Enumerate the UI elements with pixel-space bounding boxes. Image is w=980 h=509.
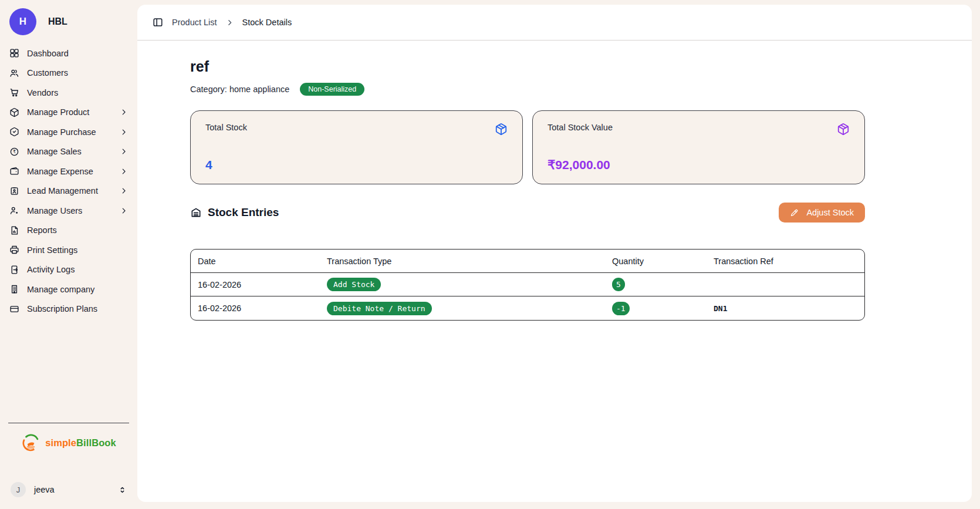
breadcrumb-product-list[interactable]: Product List — [172, 18, 217, 27]
sidebar-item-label: Manage Sales — [27, 147, 112, 156]
sidebar-item-label: Activity Logs — [27, 265, 128, 274]
cell-quantity: 5 — [605, 273, 707, 296]
chevron-up-down-icon — [118, 486, 127, 494]
stat-label: Total Stock — [205, 123, 247, 132]
sidebar-item-vendors[interactable]: Vendors — [9, 83, 128, 103]
chevron-right-icon — [120, 108, 128, 116]
header-transaction-ref: Transaction Ref — [707, 250, 864, 273]
sidebar-item-print-settings[interactable]: Print Settings — [9, 240, 128, 260]
print-icon — [9, 245, 19, 255]
user-menu[interactable]: J jeeva — [0, 482, 137, 497]
sidebar-item-subscription-plans[interactable]: Subscription Plans — [9, 299, 128, 319]
category-row: Category: home appliance Non-Serialized — [190, 83, 865, 96]
cell-date: 16-02-2026 — [191, 296, 320, 320]
purchase-icon — [9, 127, 19, 137]
stat-card-total-stock-value: Total Stock Value₹92,000.00 — [532, 110, 865, 184]
app-logo-text: simpleBillBook — [45, 437, 116, 449]
cell-transaction-ref — [707, 273, 864, 296]
table-header-row: Date Transaction Type Quantity Transacti… — [191, 250, 864, 273]
sidebar-item-label: Manage Users — [27, 206, 112, 215]
sidebar-toggle-icon[interactable] — [153, 17, 163, 28]
cell-transaction-ref: DN1 — [707, 296, 864, 320]
category-label: Category: home appliance — [190, 85, 289, 94]
user-avatar: J — [11, 482, 26, 497]
chevron-right-icon — [120, 167, 128, 176]
company-icon — [9, 284, 19, 294]
transaction-type-badge: Debite Note / Return — [327, 302, 432, 315]
stat-value: ₹92,000.00 — [548, 158, 850, 172]
sidebar-item-label: Lead Management — [27, 186, 112, 195]
stock-entries-title-text: Stock Entries — [208, 206, 279, 219]
cell-quantity: -1 — [605, 296, 707, 320]
sidebar-divider — [8, 423, 129, 423]
dashboard-icon — [9, 48, 19, 58]
sidebar-item-label: Manage Expense — [27, 167, 112, 176]
logo-text-billbook: BillBook — [76, 437, 116, 448]
adjust-stock-button[interactable]: Adjust Stock — [779, 203, 865, 223]
sidebar-item-label: Manage Product — [27, 107, 112, 117]
sidebar-item-activity-logs[interactable]: Activity Logs — [9, 260, 128, 280]
chevron-right-icon — [120, 147, 128, 156]
sidebar-item-label: Customers — [27, 68, 128, 77]
sidebar-item-label: Subscription Plans — [27, 304, 128, 314]
table-row: 16-02-2026Debite Note / Return-1DN1 — [191, 296, 864, 320]
serialization-badge: Non-Serialized — [300, 83, 364, 96]
sidebar-item-dashboard[interactable]: Dashboard — [9, 43, 128, 63]
expense-icon — [9, 166, 19, 176]
sidebar-item-reports[interactable]: Reports — [9, 221, 128, 241]
transaction-ref-text: DN1 — [714, 304, 727, 313]
sidebar: H HBL DashboardCustomersVendorsManage Pr… — [0, 0, 137, 509]
sidebar-item-manage-expense[interactable]: Manage Expense — [9, 161, 128, 181]
stat-label: Total Stock Value — [548, 123, 613, 132]
sidebar-item-label: Manage company — [27, 285, 128, 294]
table-row: 16-02-2026Add Stock5 — [191, 273, 864, 296]
sidebar-item-manage-sales[interactable]: ₹Manage Sales — [9, 142, 128, 162]
brand: H HBL — [0, 8, 137, 35]
stat-cards: Total Stock4Total Stock Value₹92,000.00 — [190, 110, 865, 184]
cell-transaction-type: Add Stock — [320, 273, 605, 296]
stock-entries-title: Stock Entries — [190, 206, 279, 219]
pencil-icon — [790, 208, 799, 217]
breadcrumb-bar: Product List Stock Details — [137, 5, 972, 41]
sidebar-item-label: Vendors — [27, 88, 128, 97]
vendors-icon — [9, 87, 19, 97]
sales-icon: ₹ — [9, 147, 19, 157]
package-icon — [495, 123, 508, 136]
sidebar-item-lead-management[interactable]: Lead Management — [9, 181, 128, 201]
sidebar-item-customers[interactable]: Customers — [9, 63, 128, 83]
subscription-icon — [9, 304, 19, 314]
lead-icon — [9, 186, 19, 196]
page-content: ref Category: home appliance Non-Seriali… — [137, 41, 865, 321]
breadcrumb-separator-icon — [226, 19, 234, 26]
svg-text:₹: ₹ — [13, 149, 16, 154]
quantity-badge: 5 — [612, 278, 625, 291]
sidebar-nav: DashboardCustomersVendorsManage ProductM… — [0, 43, 137, 319]
reports-icon — [9, 225, 19, 235]
stock-entries-header: Stock Entries Adjust Stock — [190, 203, 865, 223]
page-title: ref — [190, 58, 865, 75]
customers-icon — [9, 68, 19, 78]
warehouse-icon — [190, 207, 202, 218]
header-date: Date — [191, 250, 320, 273]
logo-text-simple: simple — [45, 437, 76, 448]
header-quantity: Quantity — [605, 250, 707, 273]
product-icon — [9, 107, 19, 117]
stock-entries-table: Date Transaction Type Quantity Transacti… — [190, 249, 865, 321]
cell-date: 16-02-2026 — [191, 273, 320, 296]
breadcrumb-stock-details: Stock Details — [242, 18, 292, 27]
main-area: Product List Stock Details ref Category:… — [137, 0, 980, 509]
company-name: HBL — [48, 16, 67, 27]
sidebar-bottom: simpleBillBook J jeeva — [0, 423, 137, 497]
company-avatar[interactable]: H — [9, 8, 36, 35]
sidebar-item-label: Reports — [27, 225, 128, 235]
stat-value: 4 — [205, 158, 508, 172]
sidebar-item-manage-product[interactable]: Manage Product — [9, 103, 128, 123]
chevron-right-icon — [120, 207, 128, 215]
quantity-badge: -1 — [612, 302, 630, 315]
sidebar-item-manage-users[interactable]: Manage Users — [9, 201, 128, 221]
adjust-stock-label: Adjust Stock — [806, 208, 854, 217]
sidebar-item-label: Manage Purchase — [27, 127, 112, 137]
table-body: 16-02-2026Add Stock516-02-2026Debite Not… — [191, 273, 864, 320]
sidebar-item-manage-purchase[interactable]: Manage Purchase — [9, 122, 128, 142]
sidebar-item-manage-company[interactable]: Manage company — [9, 279, 128, 299]
